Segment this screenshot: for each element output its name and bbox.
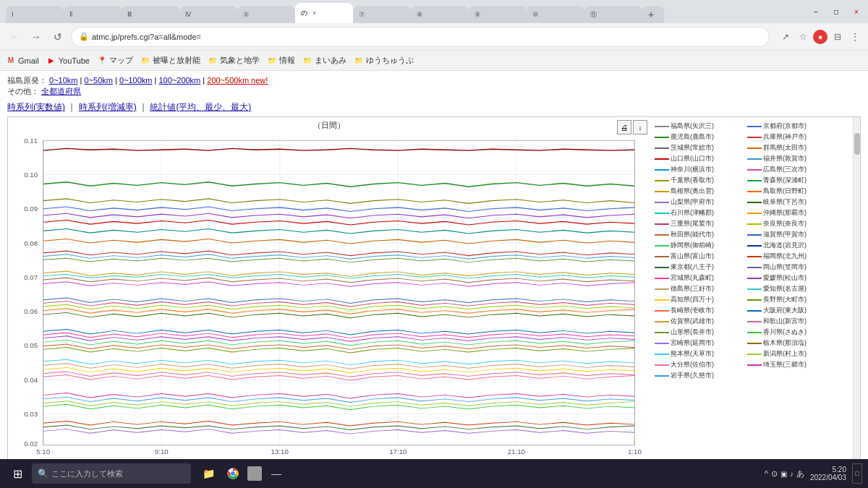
legend-item[interactable]: 千葉県(香取市) xyxy=(655,176,741,185)
scrollbar[interactable] xyxy=(853,117,860,464)
legend-item[interactable]: 神奈川(横浜市) xyxy=(655,165,741,174)
legend-item[interactable]: 東京都(八王子) xyxy=(655,262,741,272)
legend-item[interactable]: 奈良県(奈良市) xyxy=(747,219,834,228)
legend-item[interactable]: 佐賀県(武雄市) xyxy=(655,317,741,326)
browser-tab[interactable]: Ⅰ xyxy=(6,6,64,23)
chrome-icon[interactable] xyxy=(223,463,243,484)
download-btn[interactable]: ↓ xyxy=(633,120,647,134)
bookmark-folder-5[interactable]: 📁 ゆうちゅうぶ xyxy=(354,55,414,66)
tab-timeseries-actual[interactable]: 時系列(実数値) xyxy=(7,102,65,112)
share-icon[interactable]: ↗ xyxy=(778,30,793,44)
range-0-10km[interactable]: 0~10km xyxy=(49,76,77,85)
legend-item[interactable]: 福井県(敦賀市) xyxy=(747,154,834,163)
browser-tab[interactable]: ⑪ xyxy=(584,6,642,23)
bookmark-folder-4[interactable]: 📁 まいあみ xyxy=(302,55,346,66)
address-input[interactable]: 🔒 atmc.jp/prefs.cgi?a=all&mode= xyxy=(71,27,770,47)
browser-tab[interactable]: ⑤ xyxy=(237,6,295,23)
bookmark-folder-1[interactable]: 📁 被曝と放射能 xyxy=(140,55,200,66)
new-tab-btn[interactable]: + xyxy=(642,6,664,23)
legend-item[interactable]: 岡山県(笠岡市) xyxy=(747,262,834,272)
legend-item[interactable]: 福岡県(北九州) xyxy=(747,252,834,261)
minimize-btn[interactable]: − xyxy=(810,6,822,17)
bookmark-folder-3[interactable]: 📁 情報 xyxy=(267,55,295,66)
legend-item[interactable]: 和歌山(新宮市) xyxy=(747,317,834,326)
browser-tab[interactable]: Ⅱ xyxy=(64,6,122,23)
legend-item[interactable]: 岐阜県(下呂市) xyxy=(747,197,834,207)
legend-item[interactable]: 宮崎県(延岡市) xyxy=(655,338,741,348)
legend-item[interactable]: 高知県(四万十) xyxy=(655,295,741,304)
browser-tab[interactable]: Ⅳ xyxy=(179,6,237,23)
legend-item[interactable]: 沖縄県(那覇市) xyxy=(747,208,834,218)
maximize-btn[interactable]: □ xyxy=(830,6,842,17)
legend-item[interactable]: 山口県(山口市) xyxy=(655,154,741,163)
reload-btn[interactable]: ↺ xyxy=(49,28,67,46)
bookmark-folder-2[interactable]: 📁 気象と地学 xyxy=(208,55,260,66)
browser-tab[interactable]: ⑩ xyxy=(527,6,584,23)
legend-item[interactable]: 長崎県(壱岐市) xyxy=(655,306,741,315)
legend-item[interactable]: 香川県(さぬき) xyxy=(747,328,834,337)
legend-item[interactable]: 埼玉県(三郷市) xyxy=(747,360,834,369)
browser-tab[interactable]: Ⅲ xyxy=(122,6,179,23)
legend-item[interactable]: 愛媛県(松山市) xyxy=(747,273,834,283)
bookmark-gmail[interactable]: M Gmail xyxy=(6,56,39,66)
bookmark-youtube[interactable]: ▶ YouTube xyxy=(46,56,90,66)
range-0-50km[interactable]: 0~50km xyxy=(85,76,113,85)
legend-item[interactable]: 石川県(津幡郡) xyxy=(655,208,741,218)
range-200-500km[interactable]: 200~500km new! xyxy=(207,76,268,85)
bookmark-maps[interactable]: 📍 マップ xyxy=(97,55,133,66)
browser-tab[interactable]: ⑦ xyxy=(353,6,411,23)
legend-item[interactable]: 新潟県(村上市) xyxy=(747,349,834,359)
legend-item[interactable]: 群馬県(太田市) xyxy=(747,143,834,153)
legend-item[interactable]: 徳島県(三好市) xyxy=(655,284,741,294)
legend-item[interactable]: 山梨県(甲府市) xyxy=(655,197,741,207)
taskbar-search[interactable]: 🔍 ここに入力して検索 xyxy=(32,463,191,484)
range-0-100km[interactable]: 0~100km xyxy=(119,76,153,85)
tab-timeseries-rate[interactable]: 時系列(増減率) xyxy=(79,102,137,112)
back-btn[interactable]: ← xyxy=(6,28,23,46)
legend-item[interactable]: 兵庫県(神戸市) xyxy=(747,132,834,142)
legend-item[interactable]: 滋賀県(甲賀市) xyxy=(747,230,834,239)
legend-item[interactable]: 大阪府(東大阪) xyxy=(747,306,834,315)
close-btn[interactable]: × xyxy=(851,6,862,17)
legend-item[interactable]: 鹿児島(鹿島市) xyxy=(655,132,741,142)
legend-item[interactable]: 鳥取県(日野町) xyxy=(747,187,834,196)
legend-item[interactable]: 福島県(矢沢三) xyxy=(655,121,741,131)
legend-item[interactable]: 長野県(大町市) xyxy=(747,295,834,304)
tab-close-btn[interactable]: × xyxy=(312,9,316,17)
browser-tab-active[interactable]: の× xyxy=(295,3,353,23)
browser-tab[interactable]: ⑧ xyxy=(411,6,469,23)
legend-item[interactable]: 北海道(岩見沢) xyxy=(747,241,834,250)
range-100-200km[interactable]: 100~200km xyxy=(158,76,200,85)
forward-btn[interactable]: → xyxy=(27,28,45,46)
tab-statistics[interactable]: 統計値(平均、最少、最大) xyxy=(150,102,251,112)
bookmark-icon[interactable]: ☆ xyxy=(796,30,810,44)
browser-tab[interactable]: ⑨ xyxy=(469,6,527,23)
legend-item[interactable]: 茨城県(常総市) xyxy=(655,143,741,153)
terminal-icon[interactable]: — xyxy=(266,463,286,484)
menu-icon[interactable]: ⋮ xyxy=(848,30,862,44)
legend-item[interactable]: 京都府(京都市) xyxy=(747,121,834,131)
legend-item[interactable]: 大分県(佐伯市) xyxy=(655,360,741,369)
notification-btn[interactable]: □ xyxy=(852,463,862,484)
file-explorer-icon[interactable]: 📁 xyxy=(198,463,218,484)
legend-item[interactable]: 山形県(長井市) xyxy=(655,328,741,337)
start-button[interactable]: ⊞ xyxy=(6,462,29,485)
legend-item[interactable]: 愛知県(名古屋) xyxy=(747,284,834,294)
legend-item[interactable]: 静岡県(御前崎) xyxy=(655,241,741,250)
legend-item[interactable]: 富山県(富山市) xyxy=(655,252,741,261)
scroll-thumb[interactable] xyxy=(854,133,860,155)
cast-icon[interactable]: ⊟ xyxy=(830,30,845,44)
all-prefectures-link[interactable]: 全都道府県 xyxy=(41,87,81,95)
legend-item[interactable]: 熊本県(天草市) xyxy=(655,349,741,359)
legend-item[interactable]: 秋田県(能代市) xyxy=(655,230,741,239)
legend-item[interactable]: 広島県(三次市) xyxy=(747,165,834,174)
legend-item[interactable]: 青森県(深浦町) xyxy=(747,176,834,185)
legend-item[interactable]: 宮城県(丸森町) xyxy=(655,273,741,283)
legend-item[interactable]: 島根県(奥出雲) xyxy=(655,187,741,196)
unknown-icon[interactable] xyxy=(247,466,262,481)
print-btn[interactable]: 🖨 xyxy=(617,120,631,134)
legend-item[interactable]: 三重県(尾鷲市) xyxy=(655,219,741,228)
legend-item[interactable]: 岩手県(久慈市) xyxy=(655,371,741,380)
profile-icon[interactable]: ● xyxy=(813,30,827,44)
legend-item[interactable]: 栃木県(那須塩) xyxy=(747,338,834,348)
